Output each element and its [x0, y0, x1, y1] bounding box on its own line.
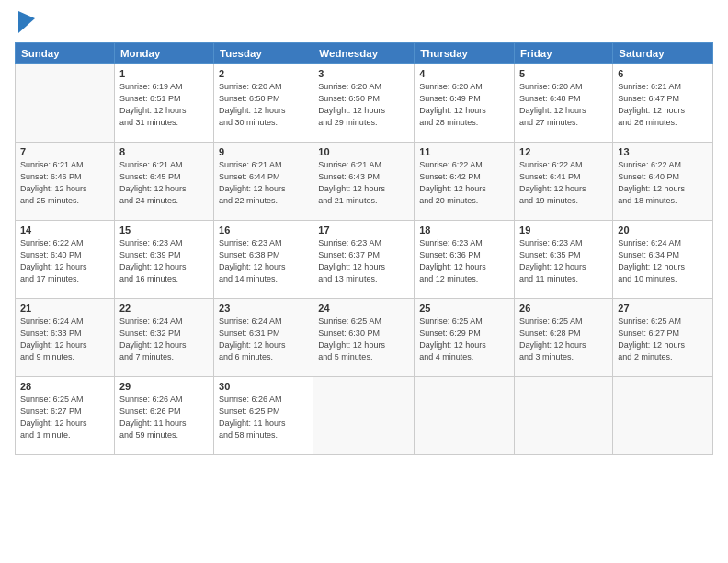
- calendar-cell: 14Sunrise: 6:22 AM Sunset: 6:40 PM Dayli…: [16, 221, 115, 299]
- logo: [15, 11, 35, 33]
- day-info: Sunrise: 6:24 AM Sunset: 6:32 PM Dayligh…: [119, 316, 209, 363]
- day-info: Sunrise: 6:25 AM Sunset: 6:28 PM Dayligh…: [519, 316, 608, 363]
- calendar-week-row: 21Sunrise: 6:24 AM Sunset: 6:33 PM Dayli…: [16, 299, 713, 377]
- calendar-cell: 6Sunrise: 6:21 AM Sunset: 6:47 PM Daylig…: [613, 64, 713, 143]
- day-info: Sunrise: 6:21 AM Sunset: 6:43 PM Dayligh…: [318, 159, 409, 207]
- day-info: Sunrise: 6:24 AM Sunset: 6:33 PM Dayligh…: [20, 316, 109, 363]
- day-number: 14: [20, 224, 109, 236]
- calendar-cell: 26Sunrise: 6:25 AM Sunset: 6:28 PM Dayli…: [515, 299, 613, 377]
- calendar-cell: 22Sunrise: 6:24 AM Sunset: 6:32 PM Dayli…: [114, 299, 213, 377]
- day-info: Sunrise: 6:25 AM Sunset: 6:27 PM Dayligh…: [20, 394, 109, 442]
- calendar-table: SundayMondayTuesdayWednesdayThursdayFrid…: [15, 42, 713, 455]
- day-info: Sunrise: 6:23 AM Sunset: 6:36 PM Dayligh…: [419, 237, 509, 285]
- day-number: 11: [419, 146, 509, 157]
- day-number: 13: [618, 146, 708, 157]
- calendar-cell: 4Sunrise: 6:20 AM Sunset: 6:49 PM Daylig…: [415, 64, 515, 143]
- header: [15, 11, 713, 33]
- day-info: Sunrise: 6:21 AM Sunset: 6:45 PM Dayligh…: [119, 159, 209, 207]
- calendar-cell: [415, 377, 515, 455]
- day-info: Sunrise: 6:20 AM Sunset: 6:50 PM Dayligh…: [219, 81, 308, 129]
- day-info: Sunrise: 6:26 AM Sunset: 6:26 PM Dayligh…: [119, 394, 209, 442]
- weekday-header-wednesday: Wednesday: [313, 43, 415, 64]
- calendar-cell: 30Sunrise: 6:26 AM Sunset: 6:25 PM Dayli…: [214, 377, 313, 455]
- weekday-header-friday: Friday: [515, 43, 613, 64]
- day-number: 4: [419, 68, 509, 79]
- weekday-header-monday: Monday: [114, 43, 213, 64]
- day-number: 2: [219, 68, 308, 79]
- calendar-week-row: 1Sunrise: 6:19 AM Sunset: 6:51 PM Daylig…: [16, 64, 713, 143]
- calendar-week-row: 28Sunrise: 6:25 AM Sunset: 6:27 PM Dayli…: [16, 377, 713, 455]
- day-number: 6: [618, 68, 708, 79]
- calendar-cell: 17Sunrise: 6:23 AM Sunset: 6:37 PM Dayli…: [313, 221, 415, 299]
- weekday-header-saturday: Saturday: [613, 43, 713, 64]
- day-number: 26: [519, 303, 608, 314]
- calendar-cell: 2Sunrise: 6:20 AM Sunset: 6:50 PM Daylig…: [214, 64, 313, 143]
- day-info: Sunrise: 6:21 AM Sunset: 6:47 PM Dayligh…: [618, 81, 708, 129]
- day-number: 20: [618, 224, 708, 236]
- calendar-cell: 23Sunrise: 6:24 AM Sunset: 6:31 PM Dayli…: [214, 299, 313, 377]
- day-number: 25: [419, 303, 509, 314]
- day-number: 23: [219, 303, 308, 314]
- day-info: Sunrise: 6:26 AM Sunset: 6:25 PM Dayligh…: [219, 394, 308, 442]
- calendar-cell: [16, 64, 115, 143]
- calendar-week-row: 14Sunrise: 6:22 AM Sunset: 6:40 PM Dayli…: [16, 221, 713, 299]
- calendar-cell: 16Sunrise: 6:23 AM Sunset: 6:38 PM Dayli…: [214, 221, 313, 299]
- day-number: 22: [119, 303, 209, 314]
- page: SundayMondayTuesdayWednesdayThursdayFrid…: [0, 0, 728, 563]
- calendar-cell: 19Sunrise: 6:23 AM Sunset: 6:35 PM Dayli…: [515, 221, 613, 299]
- day-info: Sunrise: 6:25 AM Sunset: 6:27 PM Dayligh…: [618, 316, 708, 363]
- day-info: Sunrise: 6:23 AM Sunset: 6:38 PM Dayligh…: [219, 237, 308, 285]
- day-info: Sunrise: 6:23 AM Sunset: 6:37 PM Dayligh…: [318, 237, 409, 285]
- calendar-cell: 27Sunrise: 6:25 AM Sunset: 6:27 PM Dayli…: [613, 299, 713, 377]
- day-info: Sunrise: 6:23 AM Sunset: 6:35 PM Dayligh…: [519, 237, 608, 285]
- calendar-cell: 13Sunrise: 6:22 AM Sunset: 6:40 PM Dayli…: [613, 143, 713, 221]
- day-info: Sunrise: 6:22 AM Sunset: 6:42 PM Dayligh…: [419, 159, 509, 207]
- calendar-cell: [613, 377, 713, 455]
- day-info: Sunrise: 6:19 AM Sunset: 6:51 PM Dayligh…: [119, 81, 209, 129]
- day-number: 29: [119, 381, 209, 392]
- day-number: 30: [219, 381, 308, 392]
- calendar-cell: 29Sunrise: 6:26 AM Sunset: 6:26 PM Dayli…: [114, 377, 213, 455]
- day-number: 15: [119, 224, 209, 236]
- day-info: Sunrise: 6:21 AM Sunset: 6:46 PM Dayligh…: [20, 159, 109, 207]
- day-info: Sunrise: 6:21 AM Sunset: 6:44 PM Dayligh…: [219, 159, 308, 207]
- day-number: 28: [20, 381, 109, 392]
- calendar-cell: 21Sunrise: 6:24 AM Sunset: 6:33 PM Dayli…: [16, 299, 115, 377]
- day-info: Sunrise: 6:22 AM Sunset: 6:40 PM Dayligh…: [20, 237, 109, 285]
- day-info: Sunrise: 6:20 AM Sunset: 6:50 PM Dayligh…: [318, 81, 409, 129]
- svg-marker-0: [18, 11, 35, 33]
- day-number: 27: [618, 303, 708, 314]
- day-number: 8: [119, 146, 209, 157]
- calendar-cell: 5Sunrise: 6:20 AM Sunset: 6:48 PM Daylig…: [515, 64, 613, 143]
- calendar-cell: 3Sunrise: 6:20 AM Sunset: 6:50 PM Daylig…: [313, 64, 415, 143]
- day-info: Sunrise: 6:25 AM Sunset: 6:29 PM Dayligh…: [419, 316, 509, 363]
- calendar-cell: 10Sunrise: 6:21 AM Sunset: 6:43 PM Dayli…: [313, 143, 415, 221]
- weekday-header-thursday: Thursday: [415, 43, 515, 64]
- day-number: 16: [219, 224, 308, 236]
- calendar-cell: 8Sunrise: 6:21 AM Sunset: 6:45 PM Daylig…: [114, 143, 213, 221]
- calendar-cell: 1Sunrise: 6:19 AM Sunset: 6:51 PM Daylig…: [114, 64, 213, 143]
- day-number: 3: [318, 68, 409, 79]
- day-number: 18: [419, 224, 509, 236]
- calendar-cell: 15Sunrise: 6:23 AM Sunset: 6:39 PM Dayli…: [114, 221, 213, 299]
- weekday-header-tuesday: Tuesday: [214, 43, 313, 64]
- day-number: 19: [519, 224, 608, 236]
- day-number: 10: [318, 146, 409, 157]
- calendar-cell: 18Sunrise: 6:23 AM Sunset: 6:36 PM Dayli…: [415, 221, 515, 299]
- day-info: Sunrise: 6:24 AM Sunset: 6:31 PM Dayligh…: [219, 316, 308, 363]
- calendar-cell: [313, 377, 415, 455]
- day-info: Sunrise: 6:22 AM Sunset: 6:41 PM Dayligh…: [519, 159, 608, 207]
- day-number: 7: [20, 146, 109, 157]
- day-number: 24: [318, 303, 409, 314]
- calendar-cell: 9Sunrise: 6:21 AM Sunset: 6:44 PM Daylig…: [214, 143, 313, 221]
- calendar-cell: 7Sunrise: 6:21 AM Sunset: 6:46 PM Daylig…: [16, 143, 115, 221]
- day-info: Sunrise: 6:23 AM Sunset: 6:39 PM Dayligh…: [119, 237, 209, 285]
- calendar-cell: 12Sunrise: 6:22 AM Sunset: 6:41 PM Dayli…: [515, 143, 613, 221]
- day-number: 5: [519, 68, 608, 79]
- day-number: 9: [219, 146, 308, 157]
- calendar-cell: 28Sunrise: 6:25 AM Sunset: 6:27 PM Dayli…: [16, 377, 115, 455]
- logo-icon: [18, 11, 35, 33]
- day-number: 17: [318, 224, 409, 236]
- calendar-cell: [515, 377, 613, 455]
- day-number: 1: [119, 68, 209, 79]
